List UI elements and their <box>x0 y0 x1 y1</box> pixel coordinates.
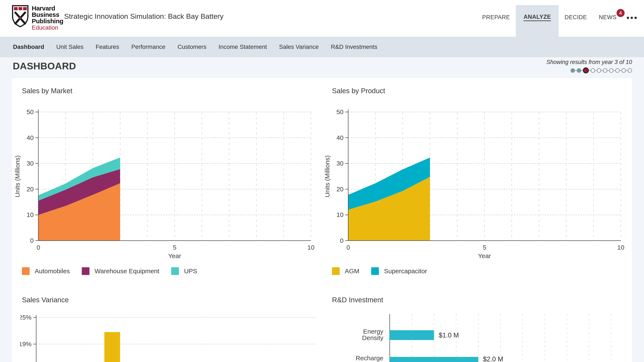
year-dot-1[interactable] <box>570 68 575 73</box>
chart-title-rd-investment: R&D Investment <box>332 296 383 304</box>
legend-label: AGM <box>345 268 359 275</box>
nav-prepare[interactable]: PREPARE <box>476 14 516 21</box>
axis-label: 0 <box>30 237 34 244</box>
logo-line-1: Harvard <box>32 5 63 12</box>
subnav-rd-investments[interactable]: R&D Investments <box>331 44 377 50</box>
subnav-sales-variance[interactable]: Sales Variance <box>279 44 318 50</box>
legend-label: Supercapacitor <box>384 268 427 275</box>
axis-label: 5 <box>173 244 176 251</box>
axis-label: Density <box>362 334 383 341</box>
stepper-connector <box>595 70 597 71</box>
stepper-connector <box>589 70 590 71</box>
subnav-unit-sales[interactable]: Unit Sales <box>56 44 84 50</box>
hbp-logo: Harvard Business Publishing Education <box>12 4 63 31</box>
year-dot-4[interactable] <box>590 68 595 73</box>
sales-by-market-legend: AutomobilesWarehouse EquipmentUPS <box>22 267 209 275</box>
axis-label: 40 <box>336 134 344 141</box>
logo-line-3: Publishing <box>32 18 63 24</box>
legend-item: Automobiles <box>22 267 70 275</box>
dashboard-card: Sales by Market Sales by Product 0102030… <box>12 78 632 362</box>
axis-label: Cycles <box>364 361 383 362</box>
more-menu-button[interactable] <box>622 17 641 19</box>
nav-news[interactable]: NEWS 4 <box>593 14 622 21</box>
sales-by-product-legend: AGMSupercapacitor <box>332 267 439 275</box>
axis-label: 10 <box>307 244 314 251</box>
legend-item: UPS <box>171 267 197 275</box>
subnav-features[interactable]: Features <box>96 44 119 50</box>
sales-variance-chart: 25%19% <box>20 311 329 362</box>
nav-decide[interactable]: DECIDE <box>558 14 593 21</box>
year-dot-9[interactable] <box>622 68 626 73</box>
ellipsis-dot-icon <box>634 17 637 19</box>
variance-grid: 25%19% <box>20 314 315 347</box>
axis-label: 19% <box>20 340 32 347</box>
page-head: DASHBOARD Showing results from year 3 of… <box>13 57 632 78</box>
axis-label: $1.0 M <box>439 331 459 339</box>
app-title: Strategic Innovation Simulation: Back Ba… <box>64 12 224 21</box>
legend-swatch-icon <box>22 267 30 275</box>
legend-item: AGM <box>332 267 359 275</box>
dashboard-page: { "colors": { "crimson": "#a41e35", "bad… <box>0 0 644 362</box>
axis-label: 0 <box>346 244 350 251</box>
legend-item: Supercapacitor <box>371 267 427 275</box>
axis-label: Recharge <box>356 354 383 361</box>
hbp-logo-text: Harvard Business Publishing Education <box>32 5 63 31</box>
axis-label: 10 <box>336 211 344 218</box>
subnav-performance[interactable]: Performance <box>131 44 165 50</box>
logo-line-2: Business <box>32 12 63 18</box>
app-header: Harvard Business Publishing Education St… <box>0 0 644 37</box>
sales-by-market-chart: 010203040500510YearUnits (Millions) <box>13 105 322 258</box>
chart-title-sales-by-product: Sales by Product <box>332 87 385 95</box>
year-dot-2[interactable] <box>577 68 581 73</box>
axis-label: 0 <box>37 244 40 251</box>
axis-label: 10 <box>617 244 624 251</box>
ellipsis-dot-icon <box>630 17 633 19</box>
axis-label: Energy <box>363 328 383 335</box>
area-series <box>348 157 430 241</box>
axis-label: Year <box>168 252 181 258</box>
subnav-income-statement[interactable]: Income Statement <box>218 44 267 50</box>
year-dot-3[interactable] <box>583 67 589 73</box>
year-block: Showing results from year 3 of 10 <box>546 59 632 73</box>
axis-label: 25% <box>20 314 32 321</box>
year-dot-7[interactable] <box>609 68 614 73</box>
rd-investment-chart: $1.0 MEnergyDensity$2.0 MRechargeCycles <box>332 311 631 362</box>
legend-item: Warehouse Equipment <box>82 267 159 275</box>
year-dot-10[interactable] <box>628 68 632 73</box>
nav-analyze-label: ANALYZE <box>524 14 551 20</box>
subnav-dashboard[interactable]: Dashboard <box>13 44 44 50</box>
year-dot-5[interactable] <box>597 68 601 73</box>
axis-label: $2.0 M <box>483 355 503 362</box>
sales-by-product-chart: 010203040500510YearUnits (Millions) <box>323 105 632 258</box>
axis-label: 20 <box>26 186 34 193</box>
axis-label: 20 <box>336 186 344 193</box>
axis-label: Year <box>478 252 491 258</box>
secondary-nav: Dashboard Unit Sales Features Performanc… <box>0 37 644 57</box>
axis-label: Units (Millions) <box>14 155 21 197</box>
page-title: DASHBOARD <box>13 61 76 72</box>
chart-title-sales-by-market: Sales by Market <box>22 87 72 95</box>
subnav-customers[interactable]: Customers <box>178 44 206 50</box>
legend-swatch-icon <box>332 267 340 275</box>
news-badge: 4 <box>616 9 624 17</box>
stepper-connector <box>581 70 583 71</box>
axis-label: 0 <box>340 237 344 244</box>
legend-swatch-icon <box>82 267 90 275</box>
axis-label: Units (Millions) <box>324 155 331 197</box>
legend-label: Automobiles <box>35 268 70 275</box>
axis-label: 10 <box>26 211 34 218</box>
legend-swatch-icon <box>371 267 379 275</box>
nav-news-label: NEWS <box>599 14 616 21</box>
axis-label: 5 <box>483 244 486 251</box>
hbp-shield-icon <box>12 4 29 28</box>
stepper-connector <box>601 70 603 71</box>
nav-analyze[interactable]: ANALYZE <box>516 5 558 37</box>
chart-title-sales-variance: Sales Variance <box>22 296 69 304</box>
year-status: Showing results from year 3 of 10 <box>546 59 632 66</box>
legend-swatch-icon <box>171 267 179 275</box>
year-dot-6[interactable] <box>603 68 607 73</box>
axis-label: 50 <box>336 108 344 115</box>
stepper-connector <box>575 70 577 71</box>
legend-label: UPS <box>184 268 197 275</box>
year-dot-8[interactable] <box>615 68 620 73</box>
